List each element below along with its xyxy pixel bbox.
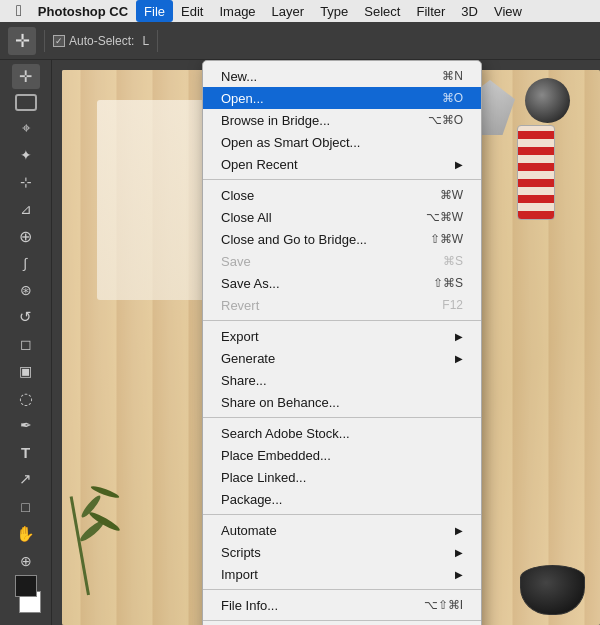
menu-item-generate-label: Generate (221, 351, 455, 366)
generate-arrow: ▶ (455, 353, 463, 364)
menu-item-close-bridge[interactable]: Close and Go to Bridge... ⇧⌘W (203, 228, 481, 250)
menu-item-place-linked[interactable]: Place Linked... (203, 466, 481, 488)
separator-2 (203, 320, 481, 321)
menu-item-revert-shortcut: F12 (442, 298, 463, 312)
menu-item-browse[interactable]: Browse in Bridge... ⌥⌘O (203, 109, 481, 131)
toolbar-divider-1 (44, 30, 45, 52)
menubar-view[interactable]: View (486, 0, 530, 22)
menu-item-save-as-shortcut: ⇧⌘S (433, 276, 463, 290)
plant-decoration (72, 445, 132, 595)
tool-shape[interactable]: □ (12, 494, 40, 519)
tool-path-select[interactable]: ↗ (12, 467, 40, 492)
menu-item-close-shortcut: ⌘W (440, 188, 463, 202)
menubar-apple[interactable]:  (8, 0, 30, 22)
menu-item-open-label: Open... (221, 91, 442, 106)
menubar-select[interactable]: Select (356, 0, 408, 22)
menu-item-behance-label: Share on Behance... (221, 395, 463, 410)
menu-item-import-label: Import (221, 567, 455, 582)
menu-item-close-all-label: Close All (221, 210, 426, 225)
menu-item-new[interactable]: New... ⌘N (203, 65, 481, 87)
tool-crop[interactable]: ⊹ (12, 170, 40, 195)
menu-item-place-linked-label: Place Linked... (221, 470, 463, 485)
menu-item-open[interactable]: Open... ⌘O (203, 87, 481, 109)
menu-item-export[interactable]: Export ▶ (203, 325, 481, 347)
file-dropdown-menu: New... ⌘N Open... ⌘O Browse in Bridge...… (202, 60, 482, 625)
auto-select-text: Auto-Select: (69, 34, 134, 48)
menubar-layer[interactable]: Layer (264, 0, 313, 22)
left-tools-panel: ✛ ⌖ ✦ ⊹ ⊿ ⊕ ∫ ⊛ ↺ ◻ ▣ ◌ ✒ T ↗ □ ✋ ⊕ (0, 60, 52, 625)
tool-hand[interactable]: ✋ (12, 521, 40, 546)
menu-item-close-all-shortcut: ⌥⌘W (426, 210, 463, 224)
menu-item-open-recent[interactable]: Open Recent ▶ (203, 153, 481, 175)
menu-item-revert-label: Revert (221, 298, 442, 313)
tool-select-rect[interactable] (15, 94, 37, 111)
menubar-edit[interactable]: Edit (173, 0, 211, 22)
toolbar-divider-2 (157, 30, 158, 52)
canvas-area: New... ⌘N Open... ⌘O Browse in Bridge...… (52, 60, 600, 625)
automate-arrow: ▶ (455, 525, 463, 536)
separator-1 (203, 179, 481, 180)
menubar-photoshop[interactable]: Photoshop CC (30, 0, 136, 22)
menu-item-adobe-stock-label: Search Adobe Stock... (221, 426, 463, 441)
menu-item-package-label: Package... (221, 492, 463, 507)
striped-container (517, 125, 555, 220)
menu-item-generate[interactable]: Generate ▶ (203, 347, 481, 369)
auto-select-label: ✓ Auto-Select: (53, 34, 134, 48)
menubar-filter[interactable]: Filter (408, 0, 453, 22)
bowl-object (520, 565, 585, 615)
move-tool-icon[interactable]: ✛ (8, 27, 36, 55)
menu-item-automate[interactable]: Automate ▶ (203, 519, 481, 541)
tool-move[interactable]: ✛ (12, 64, 40, 89)
menu-item-file-info[interactable]: File Info... ⌥⇧⌘I (203, 594, 481, 616)
menu-item-revert: Revert F12 (203, 294, 481, 316)
tool-lasso[interactable]: ⌖ (12, 116, 40, 141)
menu-item-share[interactable]: Share... (203, 369, 481, 391)
import-arrow: ▶ (455, 569, 463, 580)
tool-text[interactable]: T (12, 440, 40, 465)
tool-pen[interactable]: ✒ (12, 413, 40, 438)
menu-item-open-smart[interactable]: Open as Smart Object... (203, 131, 481, 153)
tool-heal[interactable]: ⊕ (12, 224, 40, 249)
menu-item-new-shortcut: ⌘N (442, 69, 463, 83)
tool-gradient[interactable]: ▣ (12, 359, 40, 384)
foreground-color-swatch[interactable] (15, 575, 37, 597)
menu-item-place-embedded-label: Place Embedded... (221, 448, 463, 463)
tool-brush[interactable]: ∫ (12, 251, 40, 276)
tool-history[interactable]: ↺ (12, 305, 40, 330)
export-arrow: ▶ (455, 331, 463, 342)
tool-zoom[interactable]: ⊕ (12, 548, 40, 573)
menu-item-adobe-stock[interactable]: Search Adobe Stock... (203, 422, 481, 444)
menu-item-close-all[interactable]: Close All ⌥⌘W (203, 206, 481, 228)
menu-item-place-embedded[interactable]: Place Embedded... (203, 444, 481, 466)
menu-item-automate-label: Automate (221, 523, 455, 538)
auto-select-checkbox[interactable]: ✓ (53, 35, 65, 47)
menu-item-package[interactable]: Package... (203, 488, 481, 510)
menubar-image[interactable]: Image (211, 0, 263, 22)
menu-item-close[interactable]: Close ⌘W (203, 184, 481, 206)
menubar-3d[interactable]: 3D (453, 0, 486, 22)
menubar-file[interactable]: File (136, 0, 173, 22)
menu-item-open-recent-label: Open Recent (221, 157, 455, 172)
menu-item-save: Save ⌘S (203, 250, 481, 272)
tool-dodge[interactable]: ◌ (12, 386, 40, 411)
menu-item-close-bridge-label: Close and Go to Bridge... (221, 232, 430, 247)
separator-6 (203, 620, 481, 621)
menu-item-new-label: New... (221, 69, 442, 84)
tool-eraser[interactable]: ◻ (12, 332, 40, 357)
main-area: ✛ ⌖ ✦ ⊹ ⊿ ⊕ ∫ ⊛ ↺ ◻ ▣ ◌ ✒ T ↗ □ ✋ ⊕ (0, 60, 600, 625)
scripts-arrow: ▶ (455, 547, 463, 558)
menu-item-close-bridge-shortcut: ⇧⌘W (430, 232, 463, 246)
menu-item-behance[interactable]: Share on Behance... (203, 391, 481, 413)
tool-clone[interactable]: ⊛ (12, 278, 40, 303)
menubar-type[interactable]: Type (312, 0, 356, 22)
menu-item-save-as[interactable]: Save As... ⇧⌘S (203, 272, 481, 294)
menu-item-scripts-label: Scripts (221, 545, 455, 560)
menu-item-import[interactable]: Import ▶ (203, 563, 481, 585)
menu-item-browse-label: Browse in Bridge... (221, 113, 428, 128)
tool-eyedropper[interactable]: ⊿ (12, 197, 40, 222)
separator-5 (203, 589, 481, 590)
tool-magic-wand[interactable]: ✦ (12, 143, 40, 168)
menu-item-scripts[interactable]: Scripts ▶ (203, 541, 481, 563)
menu-item-export-label: Export (221, 329, 455, 344)
menu-item-close-label: Close (221, 188, 440, 203)
